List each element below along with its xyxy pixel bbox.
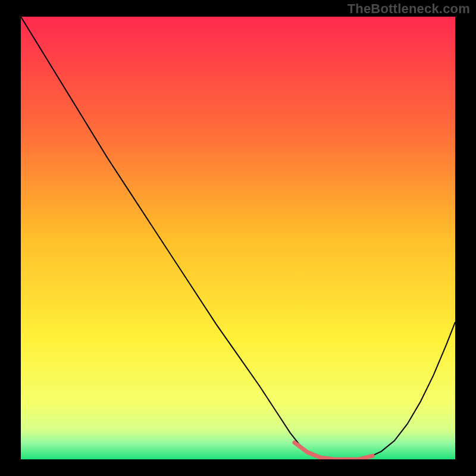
bottleneck-chart — [21, 17, 455, 459]
plot-area — [21, 17, 455, 459]
chart-frame: TheBottleneck.com — [0, 0, 476, 476]
watermark-text: TheBottleneck.com — [347, 1, 470, 17]
gradient-background — [21, 17, 455, 459]
